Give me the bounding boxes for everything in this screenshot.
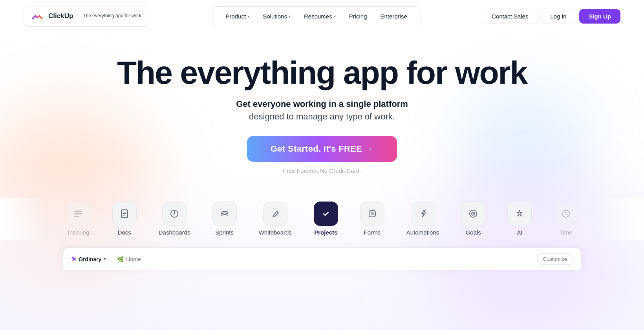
app-home-nav[interactable]: 🌿 Home xyxy=(114,255,144,264)
svg-point-13 xyxy=(473,213,474,214)
feature-label-tracking: Tracking xyxy=(67,229,89,236)
svg-rect-0 xyxy=(74,211,82,212)
feature-item-forms[interactable]: Forms xyxy=(349,198,395,240)
chevron-down-icon: ▾ xyxy=(247,14,249,18)
nav-item-pricing[interactable]: Pricing xyxy=(344,10,373,23)
feature-item-whiteboards[interactable]: Whiteboards xyxy=(248,198,303,240)
hero-title: The everything app for work xyxy=(8,56,636,90)
feature-item-docs[interactable]: Docs xyxy=(101,198,148,240)
get-started-button[interactable]: Get Started. It's FREE → xyxy=(247,136,397,162)
hero-section: The everything app for work Get everyone… xyxy=(0,32,644,186)
app-preview-bar: ✳ Ordinary ▾ 🌿 Home Customize xyxy=(63,248,581,270)
features-row: Tracking Docs Dashboards Sprints Whitebo… xyxy=(0,198,644,240)
feature-label-whiteboards: Whiteboards xyxy=(259,229,292,236)
navbar: ClickUp The everything app for work. Pro… xyxy=(0,0,644,32)
feature-label-sprints: Sprints xyxy=(215,229,234,236)
docs-icon xyxy=(112,202,137,226)
feature-item-dashboards[interactable]: Dashboards xyxy=(148,198,201,240)
nav-item-resources[interactable]: Resources ▾ xyxy=(298,10,341,23)
feature-label-ai: AI xyxy=(517,229,522,236)
automations-icon xyxy=(411,202,435,226)
svg-rect-6 xyxy=(123,215,125,216)
contact-sales-button[interactable]: Contact Sales xyxy=(483,9,537,24)
signup-button[interactable]: Sign Up xyxy=(579,9,620,24)
feature-item-tracking[interactable]: Tracking xyxy=(55,198,101,240)
whiteboards-icon xyxy=(263,202,287,226)
chevron-down-icon: ▾ xyxy=(289,14,291,18)
nav-item-product[interactable]: Product ▾ xyxy=(220,10,255,23)
feature-item-time[interactable]: Time xyxy=(543,198,589,240)
ai-icon xyxy=(507,202,532,226)
workspace-chevron-icon: ▾ xyxy=(104,257,106,262)
svg-rect-9 xyxy=(369,211,375,217)
feature-item-projects[interactable]: Projects xyxy=(303,198,349,240)
logo-name: ClickUp xyxy=(48,12,73,20)
nav-item-enterprise[interactable]: Enterprise xyxy=(375,10,413,23)
feature-label-docs: Docs xyxy=(118,229,131,236)
sprints-icon xyxy=(212,202,237,226)
feature-item-goals[interactable]: Goals xyxy=(450,198,496,240)
logo[interactable]: ClickUp The everything app for work. xyxy=(24,6,150,27)
projects-icon xyxy=(314,202,338,226)
feature-label-projects: Projects xyxy=(314,229,337,236)
workspace-selector[interactable]: ✳ Ordinary ▾ xyxy=(71,255,106,263)
svg-rect-4 xyxy=(123,212,126,213)
login-button[interactable]: Log in xyxy=(541,9,575,24)
workspace-name: Ordinary xyxy=(79,256,101,262)
nav-actions: Contact Sales Log in Sign Up xyxy=(483,9,620,24)
tracking-icon xyxy=(66,202,90,226)
home-leaf-icon: 🌿 xyxy=(117,256,124,262)
svg-rect-2 xyxy=(74,216,79,217)
logo-tagline: The everything app for work. xyxy=(83,13,143,19)
hero-sub-note: Free Forever. No Credit Card. xyxy=(8,167,636,174)
svg-rect-1 xyxy=(74,213,82,214)
svg-point-8 xyxy=(174,213,175,214)
dashboards-icon xyxy=(162,202,187,226)
feature-label-dashboards: Dashboards xyxy=(159,229,190,236)
chevron-down-icon: ▾ xyxy=(334,14,336,18)
feature-item-ai[interactable]: AI xyxy=(496,198,543,240)
feature-label-goals: Goals xyxy=(466,229,481,236)
feature-label-time: Time xyxy=(560,229,573,236)
workspace-star-icon: ✳ xyxy=(71,255,76,263)
time-icon xyxy=(554,202,578,226)
feature-item-automations[interactable]: Automations xyxy=(395,198,450,240)
hero-subtitle: designed to manage any type of work. xyxy=(8,112,636,122)
forms-icon xyxy=(360,202,384,226)
feature-label-forms: Forms xyxy=(364,229,381,236)
nav-item-solutions[interactable]: Solutions ▾ xyxy=(257,10,296,23)
feature-item-sprints[interactable]: Sprints xyxy=(201,198,248,240)
customize-button[interactable]: Customize xyxy=(537,253,573,265)
clickup-logo-icon xyxy=(31,10,44,22)
hero-subtitle-bold: Get everyone working in a single platfor… xyxy=(8,99,636,109)
nav-menu: Product ▾ Solutions ▾ Resources ▾ Pricin… xyxy=(212,6,421,26)
svg-point-10 xyxy=(371,213,373,215)
svg-rect-5 xyxy=(123,213,126,214)
app-home-label: Home xyxy=(126,256,141,262)
logo-divider xyxy=(78,10,78,22)
feature-label-automations: Automations xyxy=(406,229,439,236)
goals-icon xyxy=(461,202,485,226)
